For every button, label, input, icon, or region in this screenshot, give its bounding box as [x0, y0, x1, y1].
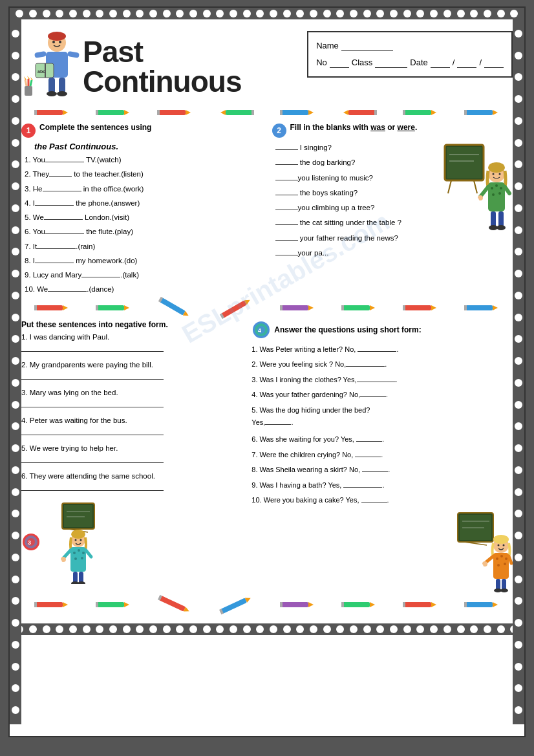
svg-point-67 [489, 225, 498, 230]
svg-point-136 [505, 557, 507, 560]
svg-point-59 [492, 193, 495, 196]
svg-rect-33 [281, 110, 308, 115]
details-line: No Class Date / / [316, 54, 504, 71]
date-year[interactable] [484, 58, 504, 68]
answer-blank-4[interactable] [21, 427, 164, 435]
svg-line-140 [509, 556, 511, 563]
svg-marker-88 [431, 305, 436, 310]
answer-blank-3[interactable] [21, 399, 164, 407]
pencil-r2-4 [341, 303, 377, 312]
bottom-border [10, 623, 524, 635]
svg-rect-41 [403, 110, 405, 115]
section2-circle: 2 [272, 124, 286, 138]
pencil-b5 [280, 600, 315, 609]
svg-point-134 [496, 557, 498, 560]
svg-rect-89 [403, 305, 405, 310]
pencil-row-1 [21, 105, 513, 120]
pencil-r2-5 [403, 303, 438, 312]
section4-col: 4 Answer the questions using short form:… [251, 320, 513, 594]
pencil-b8 [464, 600, 500, 609]
svg-rect-152 [96, 602, 98, 607]
svg-marker-160 [308, 602, 314, 607]
pencil-1 [34, 108, 70, 117]
answer-blank-5[interactable] [21, 455, 164, 463]
svg-rect-162 [343, 602, 370, 607]
pencil-r2-cross2 [219, 295, 254, 321]
svg-marker-70 [63, 305, 68, 310]
girl-illustration-3 [454, 510, 513, 594]
ball-icon-3: 3 [21, 532, 41, 552]
section1-subtitle: the Past Continuous. [34, 142, 262, 151]
pencil-r2-3 [280, 303, 315, 312]
pencil-2 [96, 108, 131, 117]
svg-point-130 [493, 535, 509, 544]
short-ans-item: 8. Was Sheila wearing a skirt? No, . [251, 464, 513, 475]
boy-illustration: abc [21, 31, 80, 102]
fill-item: your pa... [275, 247, 439, 259]
short-ans-item: 7. Were the children crying? No, . [251, 449, 513, 460]
section3-list: 1. I was dancing with Paul. 2. My grandp… [21, 333, 239, 491]
svg-rect-21 [36, 110, 63, 115]
svg-point-137 [497, 564, 500, 567]
section4-list: 1. Was Peter writing a letter? No, . 2. … [251, 343, 513, 506]
svg-marker-91 [493, 305, 498, 310]
svg-point-105 [80, 539, 82, 541]
svg-rect-24 [97, 110, 124, 115]
svg-point-110 [74, 557, 77, 560]
svg-line-49 [448, 180, 451, 193]
section3-header: Put these sentences into negative form. [21, 320, 239, 329]
section1-list: 1. You TV.(watch) 2. They to the teacher… [25, 154, 262, 296]
short-ans-item: 2. Were you feeling sick ? No,. [251, 358, 513, 370]
class-field[interactable] [375, 58, 407, 68]
svg-rect-32 [251, 110, 254, 115]
section3-title: Put these sentences into negative form. [21, 320, 168, 329]
svg-rect-29 [157, 110, 160, 115]
answer-blank-1[interactable] [21, 343, 164, 352]
main-title: Past Continuous [83, 37, 307, 96]
section2-col: 2 Fill in the blanks with was or were. I… [272, 122, 513, 298]
svg-rect-78 [220, 300, 246, 318]
pencil-b3 [157, 593, 193, 616]
no-field[interactable] [330, 58, 349, 68]
answer-blank-2[interactable] [21, 371, 164, 380]
bottom-section: Put these sentences into negative form. … [21, 320, 513, 594]
svg-rect-168 [465, 602, 493, 607]
svg-rect-14 [25, 86, 32, 96]
section3-col: Put these sentences into negative form. … [21, 320, 239, 594]
svg-rect-72 [97, 305, 124, 310]
svg-rect-42 [465, 110, 493, 115]
svg-rect-156 [220, 598, 247, 614]
no-label: No [316, 54, 327, 71]
section2-content: I singing? the dog barking? you listenin… [272, 142, 513, 262]
svg-line-15 [25, 80, 27, 86]
svg-point-1 [48, 32, 66, 41]
ball-decoration: 3 [21, 500, 239, 584]
svg-point-111 [81, 557, 83, 559]
svg-point-58 [500, 187, 502, 189]
svg-rect-44 [464, 110, 467, 115]
girl-illustration-1 [442, 142, 513, 262]
pencil-4 [219, 108, 254, 117]
svg-point-146 [500, 589, 508, 592]
date-day[interactable] [431, 58, 450, 68]
svg-rect-83 [280, 305, 283, 310]
svg-point-68 [497, 225, 506, 230]
date-month[interactable] [457, 58, 476, 68]
svg-point-119 [78, 581, 85, 584]
answer-blank-6[interactable] [21, 482, 164, 491]
page-content: ESLprintables.com [21, 31, 513, 612]
pencil-r2-1 [34, 303, 70, 312]
svg-point-135 [500, 555, 503, 557]
svg-rect-164 [341, 602, 344, 607]
svg-rect-38 [374, 110, 377, 115]
svg-marker-31 [220, 110, 226, 115]
svg-point-60 [498, 192, 501, 195]
svg-marker-22 [63, 110, 68, 115]
section4-title: Answer the questions using short form: [274, 325, 421, 334]
name-field[interactable] [341, 41, 393, 51]
name-line: Name [316, 38, 504, 54]
fill-item: the boys skating? [275, 187, 439, 199]
list-item: 4. I the phone.(answer) [25, 197, 262, 209]
svg-marker-40 [431, 110, 436, 115]
svg-point-104 [75, 539, 77, 541]
